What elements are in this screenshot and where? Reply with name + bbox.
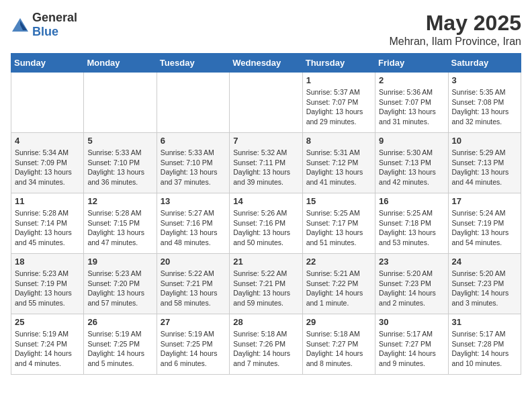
calendar-cell: 12Sunrise: 5:28 AM Sunset: 7:15 PM Dayli…: [84, 193, 157, 254]
calendar-week-row: 1Sunrise: 5:37 AM Sunset: 7:07 PM Daylig…: [11, 73, 521, 133]
calendar-cell: 29Sunrise: 5:18 AM Sunset: 7:27 PM Dayli…: [302, 314, 375, 375]
calendar-cell: 7Sunrise: 5:32 AM Sunset: 7:11 PM Daylig…: [230, 133, 302, 193]
calendar-cell: 3Sunrise: 5:35 AM Sunset: 7:08 PM Daylig…: [448, 73, 521, 133]
calendar-cell: 24Sunrise: 5:20 AM Sunset: 7:23 PM Dayli…: [448, 254, 521, 314]
day-number: 13: [161, 196, 226, 206]
day-info: Sunrise: 5:26 AM Sunset: 7:16 PM Dayligh…: [233, 208, 298, 248]
day-number: 7: [233, 136, 298, 146]
day-info: Sunrise: 5:37 AM Sunset: 7:07 PM Dayligh…: [306, 87, 371, 127]
calendar-week-row: 18Sunrise: 5:23 AM Sunset: 7:19 PM Dayli…: [11, 254, 521, 314]
calendar-cell: 4Sunrise: 5:34 AM Sunset: 7:09 PM Daylig…: [11, 133, 84, 193]
calendar-cell: [84, 73, 157, 133]
calendar-week-row: 11Sunrise: 5:28 AM Sunset: 7:14 PM Dayli…: [11, 193, 521, 254]
calendar-cell: 2Sunrise: 5:36 AM Sunset: 7:07 PM Daylig…: [375, 73, 448, 133]
day-number: 21: [233, 257, 298, 267]
day-info: Sunrise: 5:28 AM Sunset: 7:14 PM Dayligh…: [15, 208, 80, 248]
day-info: Sunrise: 5:33 AM Sunset: 7:10 PM Dayligh…: [161, 148, 226, 187]
calendar-cell: 30Sunrise: 5:17 AM Sunset: 7:27 PM Dayli…: [375, 314, 448, 375]
calendar-cell: 25Sunrise: 5:19 AM Sunset: 7:24 PM Dayli…: [11, 314, 84, 375]
day-info: Sunrise: 5:18 AM Sunset: 7:26 PM Dayligh…: [233, 329, 298, 369]
calendar-cell: 31Sunrise: 5:17 AM Sunset: 7:28 PM Dayli…: [448, 314, 521, 375]
day-info: Sunrise: 5:36 AM Sunset: 7:07 PM Dayligh…: [379, 87, 444, 127]
calendar-cell: 18Sunrise: 5:23 AM Sunset: 7:19 PM Dayli…: [11, 254, 84, 314]
title-area: May 2025 Mehran, Ilam Province, Iran: [389, 11, 521, 48]
logo-general-text: General: [32, 11, 77, 24]
day-number: 25: [15, 317, 80, 327]
day-info: Sunrise: 5:22 AM Sunset: 7:21 PM Dayligh…: [233, 269, 298, 308]
day-number: 24: [452, 257, 517, 267]
subtitle: Mehran, Ilam Province, Iran: [389, 36, 521, 48]
calendar-cell: 15Sunrise: 5:25 AM Sunset: 7:17 PM Dayli…: [302, 193, 375, 254]
logo-blue-text: Blue: [32, 25, 58, 38]
day-number: 22: [306, 257, 371, 267]
day-number: 4: [15, 136, 80, 146]
calendar-cell: [230, 73, 302, 133]
calendar-cell: 9Sunrise: 5:30 AM Sunset: 7:13 PM Daylig…: [375, 133, 448, 193]
calendar-table: SundayMondayTuesdayWednesdayThursdayFrid…: [11, 53, 521, 375]
day-number: 15: [306, 196, 371, 206]
day-number: 8: [306, 136, 371, 146]
day-number: 11: [15, 196, 80, 206]
calendar-cell: 22Sunrise: 5:21 AM Sunset: 7:22 PM Dayli…: [302, 254, 375, 314]
calendar-cell: 8Sunrise: 5:31 AM Sunset: 7:12 PM Daylig…: [302, 133, 375, 193]
day-number: 19: [87, 257, 152, 267]
day-number: 1: [306, 75, 371, 85]
weekday-header-monday: Monday: [84, 54, 157, 73]
day-info: Sunrise: 5:33 AM Sunset: 7:10 PM Dayligh…: [87, 148, 152, 187]
day-info: Sunrise: 5:25 AM Sunset: 7:18 PM Dayligh…: [379, 208, 444, 248]
calendar-cell: 14Sunrise: 5:26 AM Sunset: 7:16 PM Dayli…: [230, 193, 302, 254]
calendar-cell: 26Sunrise: 5:19 AM Sunset: 7:25 PM Dayli…: [84, 314, 157, 375]
weekday-header-sunday: Sunday: [11, 54, 84, 73]
weekday-header-saturday: Saturday: [448, 54, 521, 73]
day-number: 10: [452, 136, 517, 146]
calendar-cell: [11, 73, 84, 133]
calendar-cell: 21Sunrise: 5:22 AM Sunset: 7:21 PM Dayli…: [230, 254, 302, 314]
calendar-week-row: 25Sunrise: 5:19 AM Sunset: 7:24 PM Dayli…: [11, 314, 521, 375]
weekday-header-thursday: Thursday: [302, 54, 375, 73]
day-number: 16: [379, 196, 444, 206]
calendar-cell: 27Sunrise: 5:19 AM Sunset: 7:25 PM Dayli…: [157, 314, 229, 375]
day-number: 27: [161, 317, 226, 327]
day-number: 20: [161, 257, 226, 267]
day-info: Sunrise: 5:21 AM Sunset: 7:22 PM Dayligh…: [306, 269, 371, 308]
logo: General Blue: [11, 11, 77, 39]
day-info: Sunrise: 5:23 AM Sunset: 7:19 PM Dayligh…: [15, 269, 80, 308]
day-info: Sunrise: 5:19 AM Sunset: 7:25 PM Dayligh…: [87, 329, 152, 369]
day-number: 12: [87, 196, 152, 206]
calendar-week-row: 4Sunrise: 5:34 AM Sunset: 7:09 PM Daylig…: [11, 133, 521, 193]
day-info: Sunrise: 5:29 AM Sunset: 7:13 PM Dayligh…: [452, 148, 517, 187]
day-number: 6: [161, 136, 226, 146]
day-number: 9: [379, 136, 444, 146]
calendar-cell: 1Sunrise: 5:37 AM Sunset: 7:07 PM Daylig…: [302, 73, 375, 133]
main-title: May 2025: [389, 11, 521, 36]
day-number: 31: [452, 317, 517, 327]
day-info: Sunrise: 5:30 AM Sunset: 7:13 PM Dayligh…: [379, 148, 444, 187]
calendar-cell: 6Sunrise: 5:33 AM Sunset: 7:10 PM Daylig…: [157, 133, 229, 193]
day-number: 14: [233, 196, 298, 206]
weekday-header-row: SundayMondayTuesdayWednesdayThursdayFrid…: [11, 54, 521, 73]
calendar-cell: 23Sunrise: 5:20 AM Sunset: 7:23 PM Dayli…: [375, 254, 448, 314]
day-info: Sunrise: 5:27 AM Sunset: 7:16 PM Dayligh…: [161, 208, 226, 248]
weekday-header-wednesday: Wednesday: [230, 54, 302, 73]
day-info: Sunrise: 5:34 AM Sunset: 7:09 PM Dayligh…: [15, 148, 80, 187]
day-info: Sunrise: 5:24 AM Sunset: 7:19 PM Dayligh…: [452, 208, 517, 248]
calendar-cell: [157, 73, 229, 133]
calendar-cell: 5Sunrise: 5:33 AM Sunset: 7:10 PM Daylig…: [84, 133, 157, 193]
day-number: 26: [87, 317, 152, 327]
day-number: 17: [452, 196, 517, 206]
day-info: Sunrise: 5:19 AM Sunset: 7:24 PM Dayligh…: [15, 329, 80, 369]
day-info: Sunrise: 5:28 AM Sunset: 7:15 PM Dayligh…: [87, 208, 152, 248]
day-number: 18: [15, 257, 80, 267]
calendar-cell: 10Sunrise: 5:29 AM Sunset: 7:13 PM Dayli…: [448, 133, 521, 193]
day-info: Sunrise: 5:35 AM Sunset: 7:08 PM Dayligh…: [452, 87, 517, 127]
day-number: 29: [306, 317, 371, 327]
day-number: 3: [452, 75, 517, 85]
day-info: Sunrise: 5:31 AM Sunset: 7:12 PM Dayligh…: [306, 148, 371, 187]
calendar-cell: 17Sunrise: 5:24 AM Sunset: 7:19 PM Dayli…: [448, 193, 521, 254]
day-info: Sunrise: 5:17 AM Sunset: 7:28 PM Dayligh…: [452, 329, 517, 369]
calendar-cell: 13Sunrise: 5:27 AM Sunset: 7:16 PM Dayli…: [157, 193, 229, 254]
calendar-cell: 19Sunrise: 5:23 AM Sunset: 7:20 PM Dayli…: [84, 254, 157, 314]
day-info: Sunrise: 5:22 AM Sunset: 7:21 PM Dayligh…: [161, 269, 226, 308]
day-info: Sunrise: 5:18 AM Sunset: 7:27 PM Dayligh…: [306, 329, 371, 369]
day-info: Sunrise: 5:19 AM Sunset: 7:25 PM Dayligh…: [161, 329, 226, 369]
